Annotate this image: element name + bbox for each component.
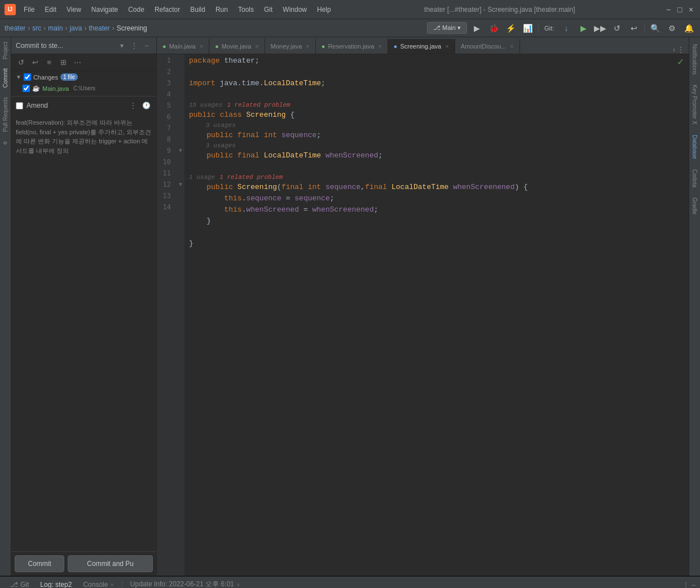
git-run-btn[interactable]: ▶▶ <box>593 21 607 35</box>
filter-btn[interactable]: ⋯ <box>71 56 83 69</box>
minimize-btn[interactable]: − <box>664 5 673 14</box>
menu-help[interactable]: Help <box>312 3 336 16</box>
menu-tools[interactable]: Tools <box>234 3 258 16</box>
notifications-btn[interactable]: 🔔 <box>682 21 695 35</box>
fold-12: ▼ <box>177 178 184 190</box>
tab-scroll-left[interactable]: ‹ <box>673 46 675 54</box>
branch-selector[interactable]: ⎇ Main ▾ <box>427 22 467 34</box>
tab-reservation-java[interactable]: ● Reservation.java × <box>316 39 388 54</box>
git-fetch-btn[interactable]: ↓ <box>560 21 573 35</box>
show-diff-btn[interactable]: ≡ <box>43 56 55 69</box>
toolwindow-pull-requests[interactable]: Pull Requests <box>1 93 10 137</box>
amend-options-btn[interactable]: ⋮ <box>127 100 139 111</box>
commit-message-area[interactable]: feat(Reservation): 외부조건에 따라 바뀌는 field(no… <box>11 115 156 551</box>
git-rollback-btn[interactable]: ↩ <box>627 21 641 35</box>
tab-git[interactable]: ⎇ Git <box>5 577 34 589</box>
toolwindow-notifications[interactable]: Notifications <box>690 40 699 79</box>
menu-file[interactable]: File <box>19 3 39 16</box>
line-numbers: 1 2 3 4 5 6 7 8 9 10 11 12 13 14 <box>157 54 177 576</box>
tab-close-btn[interactable]: × <box>510 43 513 50</box>
search-everywhere-btn[interactable]: 🔍 <box>648 21 662 35</box>
update-close-btn[interactable]: × <box>236 581 240 588</box>
toolwindow-project[interactable]: Project <box>1 37 10 64</box>
commit-options-btn[interactable]: ⋮ <box>129 41 139 51</box>
breadcrumb-theater[interactable]: theater <box>5 24 25 32</box>
changes-checkbox[interactable] <box>24 73 31 81</box>
menu-build[interactable]: Build <box>186 3 210 16</box>
menu-git[interactable]: Git <box>259 3 277 16</box>
tab-close-btn[interactable]: × <box>255 43 258 50</box>
breadcrumb-main[interactable]: main <box>48 24 63 32</box>
git-update-btn[interactable]: ↺ <box>610 21 624 35</box>
tab-console[interactable]: Console × <box>77 577 119 589</box>
branch-icon: ⎇ <box>433 24 441 32</box>
breadcrumb: theater › src › main › java › theater › … <box>5 24 147 32</box>
tab-update-info[interactable]: Update Info: 2022-06-21 오후 6:01 × <box>125 577 246 589</box>
expand-btn[interactable]: ⊞ <box>57 56 69 69</box>
close-btn[interactable]: × <box>686 5 695 14</box>
toolwindow-database[interactable]: Database <box>690 130 699 164</box>
code-line-1: package theater; <box>189 55 684 67</box>
breadcrumb-java[interactable]: java <box>69 24 82 32</box>
hint-line-7: 3 usages <box>189 141 684 150</box>
breadcrumb-screening[interactable]: Screening <box>117 24 147 32</box>
toolwindow-gradle[interactable]: Gradle <box>690 193 699 219</box>
commit-push-button[interactable]: Commit and Pu <box>68 555 153 572</box>
menu-window[interactable]: Window <box>278 3 311 16</box>
commit-button[interactable]: Commit <box>15 555 64 572</box>
commit-header: Commit to ste... ▾ ⋮ − <box>11 37 156 54</box>
tab-main-java[interactable]: ● Main.java × <box>157 39 209 54</box>
tab-log-step2[interactable]: Log: step2 <box>34 577 77 589</box>
file-item[interactable]: ☕ Main.java C:\Users <box>11 83 156 94</box>
bottom-options-btn[interactable]: ⋮ <box>683 581 689 589</box>
branch-label: Main ▾ <box>442 24 461 32</box>
menu-navigate[interactable]: Navigate <box>87 3 122 16</box>
run-config-btn[interactable]: ▶ <box>470 21 484 35</box>
menu-refactor[interactable]: Refactor <box>150 3 184 16</box>
tab-money-java[interactable]: Money.java × <box>265 39 316 54</box>
menu-edit[interactable]: Edit <box>40 3 61 16</box>
amend-history-btn[interactable]: 🕐 <box>140 100 152 111</box>
fold-9: ▼ <box>177 144 184 156</box>
console-close-btn[interactable]: × <box>110 581 113 588</box>
tab-screening-java[interactable]: ● Screening.java × <box>388 39 455 54</box>
file-checkbox[interactable] <box>23 85 30 92</box>
changes-section[interactable]: ▼ Changes 1 file <box>11 71 156 83</box>
toolwindow-github[interactable]: ⭘ <box>1 136 10 151</box>
tab-close-btn[interactable]: × <box>200 43 203 50</box>
settings-btn[interactable]: ⚙ <box>665 21 679 35</box>
profile-btn[interactable]: 📊 <box>521 21 535 35</box>
tab-close-btn[interactable]: × <box>378 43 381 50</box>
commit-branch-expand[interactable]: ▾ <box>117 41 127 51</box>
changes-badge: 1 file <box>60 73 78 81</box>
line-num-12: 12 <box>157 179 174 191</box>
tab-close-btn[interactable]: × <box>306 43 309 50</box>
toolwindow-commit[interactable]: Commit <box>1 64 10 92</box>
git-push-btn[interactable]: ▶ <box>576 21 590 35</box>
code-content[interactable]: package theater; import java.time.LocalD… <box>184 54 689 576</box>
breadcrumb-theater2[interactable]: theater <box>89 24 109 32</box>
editor-tabs: ● Main.java × ● Movie.java × Money.java … <box>157 37 689 54</box>
amend-label: Amend <box>27 102 48 109</box>
file-saved-icon: ✓ <box>677 56 684 67</box>
menu-run[interactable]: Run <box>211 3 232 16</box>
tab-movie-java[interactable]: ● Movie.java × <box>209 39 265 54</box>
rollback-btn[interactable]: ↩ <box>29 56 41 69</box>
tab-scroll-right[interactable]: ⋮ <box>677 46 684 54</box>
menu-view[interactable]: View <box>62 3 86 16</box>
fold-1 <box>177 54 184 65</box>
toolwindow-key-promoter[interactable]: Key Promoter X <box>690 80 699 129</box>
bottom-minimize-btn[interactable]: − <box>692 581 695 589</box>
code-line-8 <box>189 161 684 173</box>
tab-amount-discount[interactable]: AmountDiscou... × <box>455 39 520 54</box>
debug-btn[interactable]: 🐞 <box>487 21 501 35</box>
commit-panel-minimize[interactable]: − <box>142 41 152 51</box>
toolwindow-codota[interactable]: Codota <box>690 165 699 192</box>
breadcrumb-src[interactable]: src <box>32 24 41 32</box>
refresh-btn[interactable]: ↺ <box>15 56 27 69</box>
amend-checkbox[interactable] <box>16 102 23 109</box>
maximize-btn[interactable]: □ <box>675 5 684 14</box>
tab-close-btn[interactable]: × <box>445 43 448 50</box>
menu-code[interactable]: Code <box>124 3 149 16</box>
coverage-btn[interactable]: ⚡ <box>504 21 518 35</box>
